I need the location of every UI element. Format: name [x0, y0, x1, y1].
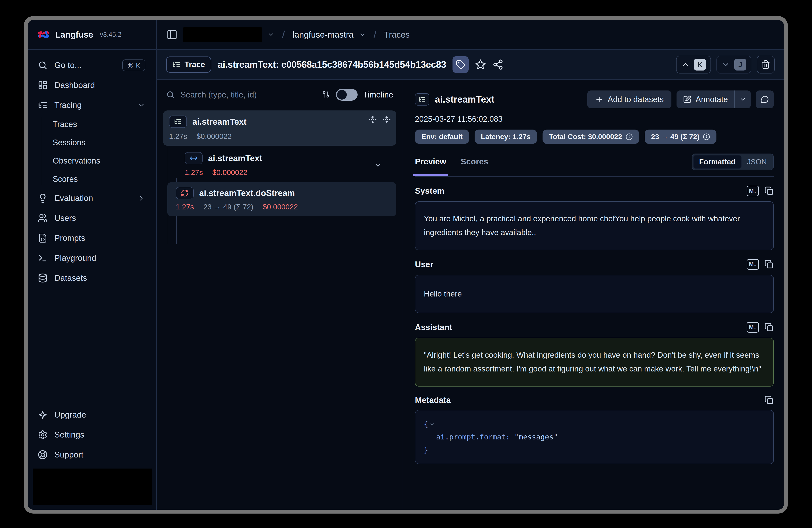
sidebar-item-settings[interactable]: Settings [28, 425, 156, 445]
node-latency: 1.27s [169, 132, 187, 141]
trace-node-badge [415, 93, 429, 105]
sidebar-item-playground[interactable]: Playground [28, 248, 156, 268]
format-toggle: Formatted JSON [692, 154, 774, 170]
breadcrumb-project[interactable]: langfuse-mastra [293, 30, 353, 40]
list-tree-icon [38, 100, 47, 110]
previous-trace-button[interactable]: K [676, 56, 711, 73]
annotate-dropdown-button[interactable] [735, 96, 751, 103]
comment-button[interactable] [756, 90, 774, 108]
tree-node-root[interactable]: ai.streamText 1.27s $0.000022 [163, 111, 396, 146]
tree-node-span[interactable]: ai.streamText 1.27s $0.000022 [163, 146, 396, 182]
sidebar-item-scores[interactable]: Scores [28, 170, 156, 188]
format-json-option[interactable]: JSON [741, 156, 772, 168]
plus-icon [595, 95, 604, 104]
sidebar-item-label: Users [54, 213, 76, 223]
trace-title: ai.streamText: e00568a15c38674b56b145d54… [218, 59, 446, 70]
copy-icon[interactable] [765, 260, 774, 269]
copy-icon[interactable] [765, 186, 774, 196]
trace-nav-controls: K J [676, 56, 774, 73]
file-code-icon [38, 233, 47, 243]
node-cost: $0.000022 [263, 203, 298, 211]
app-name: Langfuse [55, 30, 93, 40]
tab-preview[interactable]: Preview [415, 157, 446, 166]
sub-item-label: Sessions [53, 138, 85, 147]
system-label: System [415, 186, 445, 196]
trace-header: Trace ai.streamText: e00568a15c38674b56b… [157, 50, 784, 80]
next-trace-button[interactable]: J [716, 56, 751, 73]
sliders-icon[interactable] [321, 90, 330, 99]
sidebar-item-upgrade[interactable]: Upgrade [28, 405, 156, 425]
annotate-button[interactable]: Annotate [677, 90, 751, 108]
breadcrumb-page[interactable]: Traces [384, 30, 410, 40]
tree-search-input[interactable] [180, 90, 316, 99]
tree-node-generation[interactable]: ai.streamText.doStream 1.27s 23 → 49 (Σ … [167, 182, 396, 216]
info-icon[interactable] [703, 133, 710, 140]
sidebar-item-traces[interactable]: Traces [28, 115, 156, 133]
panel-left-icon[interactable] [166, 29, 177, 40]
annotate-label: Annotate [696, 95, 728, 104]
metadata-label: Metadata [415, 396, 451, 405]
chevron-down-icon [739, 96, 746, 103]
trace-tree-panel: Timeline ai.streamText [157, 80, 403, 510]
chevron-up-icon [681, 60, 690, 69]
timeline-toggle[interactable] [336, 89, 358, 101]
goto-label: Go to... [54, 60, 82, 70]
chevron-down-icon[interactable] [374, 161, 382, 170]
langfuse-app-window: Langfuse v3.45.2 Go to... ⌘ K Dashboard … [28, 20, 784, 510]
json-key: ai.prompt.format: [436, 433, 510, 441]
copy-icon[interactable] [765, 323, 774, 332]
total-cost-badge: Total Cost: $0.000022 [542, 130, 639, 144]
sidebar-item-label: Support [54, 450, 84, 459]
timeline-label: Timeline [363, 90, 393, 99]
content-panels: Timeline ai.streamText [157, 80, 784, 510]
tag-button[interactable] [452, 56, 469, 73]
json-close-brace: } [424, 446, 428, 454]
markdown-toggle-icon[interactable]: M↓ [746, 322, 759, 332]
sidebar-item-support[interactable]: Support [28, 445, 156, 465]
unfold-vertical-icon[interactable] [368, 116, 377, 124]
sidebar-item-label: Datasets [54, 273, 87, 283]
node-cost: $0.000022 [197, 132, 232, 141]
goto-search[interactable]: Go to... ⌘ K [28, 55, 156, 75]
tracing-subitems: Traces Sessions Observations Scores [28, 115, 156, 188]
info-icon[interactable] [626, 133, 633, 140]
chevron-down-icon[interactable] [359, 31, 366, 38]
trash-icon [761, 60, 770, 69]
share-button[interactable] [492, 59, 504, 70]
sidebar-item-tracing[interactable]: Tracing [28, 95, 156, 115]
star-button[interactable] [475, 59, 486, 70]
square-pen-icon [683, 95, 691, 104]
sidebar-item-label: Tracing [54, 100, 82, 110]
chevron-down-icon[interactable] [429, 422, 435, 427]
sidebar-item-observations[interactable]: Observations [28, 152, 156, 170]
sidebar-item-users[interactable]: Users [28, 208, 156, 228]
sidebar-item-dashboard[interactable]: Dashboard [28, 75, 156, 95]
trace-node-badge [169, 116, 187, 128]
node-latency: 1.27s [185, 168, 203, 177]
redacted-user-info [33, 469, 151, 505]
gear-icon [38, 430, 47, 440]
chevron-down-icon[interactable] [267, 31, 274, 38]
fold-vertical-icon[interactable] [383, 116, 391, 124]
format-formatted-option[interactable]: Formatted [693, 155, 741, 169]
tab-scores[interactable]: Scores [461, 157, 488, 166]
markdown-toggle-icon[interactable]: M↓ [746, 186, 759, 196]
delete-trace-button[interactable] [757, 56, 774, 73]
observation-detail-panel: ai.streamText Add to datasets Annotate [403, 80, 784, 510]
node-tokens: 23 → 49 (Σ 72) [203, 203, 253, 211]
sidebar: Langfuse v3.45.2 Go to... ⌘ K Dashboard … [28, 20, 157, 510]
markdown-toggle-icon[interactable]: M↓ [746, 259, 759, 270]
sidebar-item-sessions[interactable]: Sessions [28, 133, 156, 152]
redacted-org-name[interactable] [183, 27, 262, 42]
sidebar-nav: Go to... ⌘ K Dashboard Tracing Traces Se… [28, 50, 156, 510]
sidebar-item-datasets[interactable]: Datasets [28, 268, 156, 288]
detail-actions: Add to datasets Annotate [588, 90, 774, 108]
sidebar-item-label: Upgrade [54, 410, 86, 419]
copy-icon[interactable] [765, 396, 774, 405]
layout-dashboard-icon [38, 80, 47, 90]
sidebar-item-prompts[interactable]: Prompts [28, 228, 156, 248]
sidebar-item-evaluation[interactable]: Evaluation [28, 188, 156, 208]
sidebar-footer: Upgrade Settings Support [28, 405, 156, 510]
message-circle-icon [760, 95, 769, 104]
add-to-datasets-button[interactable]: Add to datasets [588, 90, 671, 108]
